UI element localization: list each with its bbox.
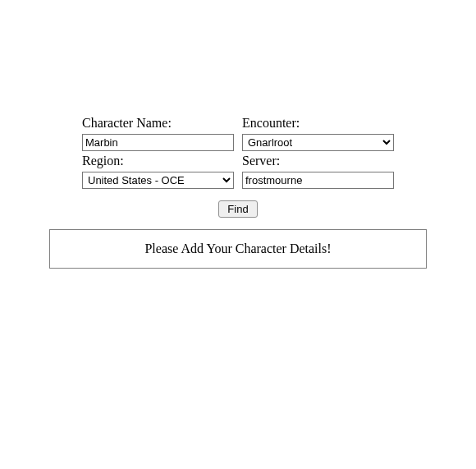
result-box[interactable]: Please Add Your Character Details! [49, 229, 427, 269]
character-name-label: Character Name: [82, 115, 234, 132]
encounter-field-group: Encounter: Gnarlroot [242, 115, 394, 151]
character-name-input[interactable] [82, 134, 234, 151]
encounter-label: Encounter: [242, 115, 394, 132]
button-row: Find [0, 200, 476, 218]
region-label: Region: [82, 153, 234, 170]
result-message: Please Add Your Character Details! [144, 241, 331, 256]
server-input[interactable] [242, 172, 394, 189]
server-field-group: Server: [242, 153, 394, 189]
character-name-field-group: Character Name: [82, 115, 234, 151]
region-field-group: Region: United States - OCE [82, 153, 234, 189]
region-select[interactable]: United States - OCE [82, 172, 234, 189]
form-grid: Character Name: Encounter: Gnarlroot Reg… [82, 115, 394, 189]
find-button[interactable]: Find [218, 200, 257, 218]
encounter-select[interactable]: Gnarlroot [242, 134, 394, 151]
form-wrapper: Character Name: Encounter: Gnarlroot Reg… [0, 0, 476, 269]
server-label: Server: [242, 153, 394, 170]
